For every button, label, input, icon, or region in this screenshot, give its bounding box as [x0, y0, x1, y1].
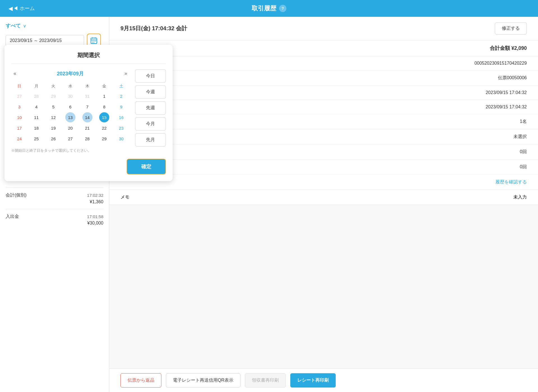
confirm-button[interactable]: 確定 [127, 159, 166, 174]
popup-body: « 2023年09月 » 日 月 火 水 木 金 土 27 [11, 69, 166, 153]
memo-row: メモ 未入力 [109, 190, 538, 205]
qr-button[interactable]: 電子レシート再送信用QR表示 [166, 373, 240, 388]
this-week-button[interactable]: 今週 [135, 85, 166, 99]
detail-row-unselected: 未選択 [109, 129, 538, 144]
help-button[interactable]: ? [279, 5, 286, 12]
cal-day-2[interactable]: 2 [116, 91, 126, 101]
detail-section: 合計金額 ¥2,090 000520230915170420229 伝票0005… [109, 40, 538, 205]
last-month-button[interactable]: 先月 [135, 133, 166, 146]
cal-day-30[interactable]: 30 [116, 134, 126, 144]
main-layout: すべて ∨ 期間選択 [0, 17, 538, 392]
cal-day-4[interactable]: 4 [31, 102, 41, 112]
app-header: ◀ ◀ ホーム 取引履歴 ? [0, 0, 538, 17]
detail-value-id: 000520230915170420229 [474, 61, 527, 66]
cal-day-8[interactable]: 8 [99, 102, 109, 112]
detail-value-slip: 伝票00050006 [498, 75, 527, 81]
cal-day-28[interactable]: 28 [82, 134, 92, 144]
cal-day-3[interactable]: 3 [14, 102, 24, 112]
cal-day-14[interactable]: 14 [82, 112, 92, 122]
cal-day-21[interactable]: 21 [82, 123, 92, 133]
calendar-icon [90, 37, 98, 45]
back-label: ◀ ホーム [13, 5, 35, 12]
detail-value-count1: 0回 [520, 149, 527, 155]
memo-value: 未入力 [513, 194, 527, 200]
popup-footer: 確定 [11, 159, 166, 174]
cal-day-17[interactable]: 17 [14, 123, 24, 133]
detail-row-count2: 0回 [109, 160, 538, 175]
cal-day-19[interactable]: 19 [48, 123, 58, 133]
cal-day-18[interactable]: 18 [31, 123, 41, 133]
cal-day-25[interactable]: 25 [31, 134, 41, 144]
detail-value-date1: 2023/09/15 17:04:32 [486, 90, 527, 95]
cal-day-1[interactable]: 1 [99, 91, 109, 101]
day-header-sat: 土 [113, 82, 129, 90]
cal-day-20[interactable]: 20 [65, 123, 75, 133]
cal-day-7[interactable]: 7 [82, 102, 92, 112]
cal-day-24[interactable]: 24 [14, 134, 24, 144]
history-link[interactable]: 履歴を確認する [495, 179, 527, 185]
today-button[interactable]: 今日 [135, 69, 166, 83]
cal-day-12[interactable]: 12 [48, 112, 58, 122]
receipt-reprint-button: 領収書再印刷 [245, 373, 286, 388]
quick-buttons: 今日 今週 先週 今月 先月 [135, 69, 166, 153]
back-button[interactable]: ◀ ◀ ホーム [8, 5, 35, 12]
cal-day-28-prev[interactable]: 28 [31, 91, 41, 101]
filter-label[interactable]: すべて [6, 22, 21, 29]
cal-day-10[interactable]: 10 [14, 112, 24, 122]
receipt-print-button[interactable]: レシート再印刷 [290, 373, 336, 388]
cal-day-23[interactable]: 23 [116, 123, 126, 133]
total-amount-row: 合計金額 ¥2,090 [109, 40, 538, 56]
cal-day-16[interactable]: 16 [116, 112, 126, 122]
svg-rect-7 [92, 42, 93, 43]
cal-day-27-prev[interactable]: 27 [14, 91, 24, 101]
calendar-popup: 期間選択 « 2023年09月 » 日 月 火 水 木 金 [4, 45, 173, 181]
cal-day-5[interactable]: 5 [48, 102, 58, 112]
cal-day-6[interactable]: 6 [65, 102, 75, 112]
prev-month-button[interactable]: « [11, 69, 18, 78]
cal-day-11[interactable]: 11 [31, 112, 41, 122]
cal-day-30-prev[interactable]: 30 [65, 91, 75, 101]
action-bar: 伝票から返品 電子レシート再送信用QR表示 領収書再印刷 レシート再印刷 [109, 368, 538, 392]
tx-type-2: 入出金 [6, 214, 19, 220]
day-header-wed: 水 [62, 82, 79, 90]
chevron-down-icon[interactable]: ∨ [23, 23, 26, 29]
day-header-sun: 日 [11, 82, 28, 90]
cal-day-29-prev[interactable]: 29 [48, 91, 58, 101]
cal-day-29[interactable]: 29 [99, 134, 109, 144]
next-month-button[interactable]: » [122, 69, 129, 78]
cal-day-26[interactable]: 26 [48, 134, 58, 144]
detail-row-count1: 数 0回 [109, 144, 538, 160]
return-button[interactable]: 伝票から返品 [120, 373, 161, 388]
tx-time-1: 17:02:32 [87, 193, 103, 198]
content-area: 9月15日(金) 17:04:32 会計 修正する 合計金額 ¥2,090 00… [109, 17, 538, 392]
detail-row-id: 000520230915170420229 [109, 56, 538, 71]
sidebar: すべて ∨ 期間選択 [0, 17, 109, 392]
cal-day-9[interactable]: 9 [116, 102, 126, 112]
detail-row-date2: 2023/09/15 17:04:32 [109, 100, 538, 114]
cal-day-13[interactable]: 13 [65, 112, 75, 122]
cal-day-27[interactable]: 27 [65, 134, 75, 144]
detail-row-slip: 伝票00050006 [109, 71, 538, 86]
memo-label: メモ [120, 194, 129, 200]
calendar-nav: « 2023年09月 » [11, 69, 129, 78]
transaction-item-2[interactable]: 入出金 17:01:58 ¥30,000 [6, 209, 103, 230]
this-month-button[interactable]: 今月 [135, 117, 166, 130]
edit-button[interactable]: 修正する [495, 22, 527, 34]
calendar-grid: 日 月 火 水 木 金 土 27 28 29 30 31 1 [11, 82, 129, 144]
tx-time-2: 17:01:58 [87, 214, 103, 219]
cal-day-15[interactable]: 15 [99, 112, 109, 122]
detail-value-date2: 2023/09/15 17:04:32 [486, 104, 527, 109]
popup-title: 期間選択 [11, 52, 166, 64]
detail-value-guests: 1名 [520, 119, 527, 125]
date-range-input[interactable] [6, 35, 84, 46]
content-header: 9月15日(金) 17:04:32 会計 修正する [109, 17, 538, 40]
last-week-button[interactable]: 先週 [135, 101, 166, 115]
cal-day-31-prev[interactable]: 31 [82, 91, 92, 101]
detail-title: 9月15日(金) 17:04:32 会計 [120, 25, 187, 32]
transaction-item-1[interactable]: 会計(個別) 17:02:32 ¥1,360 [6, 188, 103, 209]
day-header-thu: 木 [79, 82, 96, 90]
svg-rect-6 [95, 41, 96, 41]
cal-day-22[interactable]: 22 [99, 123, 109, 133]
tx-type-1: 会計(個別) [6, 192, 27, 198]
svg-rect-8 [94, 42, 94, 43]
